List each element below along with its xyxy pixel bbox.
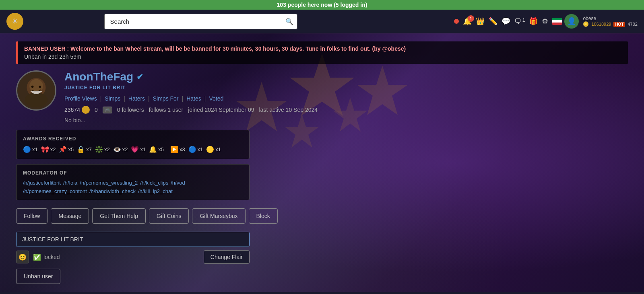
navbar: ☀ 🔍 🔔 1 👑 ✏️ 💬 🗨 1 🎁 ⚙ 👤 obese 🪙 106189 (0, 10, 644, 33)
award-item: 🔵 x1 (188, 146, 203, 153)
user-info-nav: obese 🪙 10618929 HOT 4702 (583, 16, 638, 27)
flair-section: 😊 ✅ locked Change Flair (16, 232, 250, 264)
notification-count: 1 (468, 15, 474, 22)
mod-link-2[interactable]: /h/pcmemes_wrestling_2 (80, 180, 138, 186)
nav-hot-count: 4702 (627, 22, 637, 27)
marseybux-count: 0 (95, 107, 98, 113)
user-profile-nav[interactable]: 👤 (552, 14, 579, 29)
profile-header: AnonTheFag ✔ JUSTICE FOR LIT BRIT Profil… (16, 70, 628, 123)
marseybux-icon: 🎮 (103, 107, 112, 113)
moderator-title: MODERATOR OF (23, 170, 243, 176)
message-button[interactable]: Message (51, 208, 89, 224)
coin-count: 23674 (64, 106, 90, 114)
award-item: 🟡 x1 (206, 146, 221, 153)
profile-flair: JUSTICE FOR LIT BRIT (64, 85, 628, 90)
profile-stats: 23674 0 🎮 0 followers follows 1 user joi… (64, 106, 628, 114)
chat-icon[interactable]: 💬 (502, 17, 510, 26)
live-indicator (454, 19, 459, 24)
profile-avatar (16, 70, 56, 111)
nav-coins: 10618929 (591, 22, 611, 27)
site-logo[interactable]: ☀ (6, 13, 23, 30)
svg-point-7 (25, 93, 47, 108)
profile-content: BANNED USER : Welcome to the ban Wheel s… (0, 33, 644, 292)
last-active: last active 10 Sep 2024 (259, 107, 318, 113)
nav-right: 🔔 1 👑 ✏️ 💬 🗨 1 🎁 ⚙ 👤 obese 🪙 10618929 HO… (454, 14, 638, 29)
unban-time-text: Unban in 29d 23h 59m (24, 53, 621, 60)
write-icon[interactable]: ✏️ (489, 17, 497, 26)
award-item: 🎀 x2 (41, 146, 56, 153)
award-item: 🔔 x5 (149, 146, 164, 153)
bio-text: No bio... (64, 117, 628, 123)
link-voted[interactable]: Voted (209, 95, 223, 102)
gift-coins-button[interactable]: Gift Coins (149, 208, 189, 224)
nav-username: obese (583, 16, 638, 21)
flair-controls: 😊 ✅ locked Change Flair (16, 250, 250, 264)
flair-input-row (16, 232, 250, 247)
ban-notice: BANNED USER : Welcome to the ban Wheel s… (16, 41, 628, 64)
search-container: 🔍 (104, 14, 297, 29)
mod-links: /h/justiceforlitbrit /h/foia /h/pcmemes_… (23, 180, 243, 194)
award-item: 📌 x5 (59, 146, 74, 153)
link-profile-views[interactable]: Profile Views (64, 95, 97, 102)
awards-section: AWARDS RECEIVED 🔵 x1 🎀 x2 📌 x5 🔒 x7 (16, 130, 250, 159)
award-item: 👁️ x2 (113, 146, 128, 153)
following-count: follows 1 user (149, 107, 184, 113)
ban-notice-text: BANNED USER : Welcome to the ban Wheel s… (24, 45, 621, 52)
get-help-button[interactable]: Get Them Help (92, 208, 146, 224)
mod-link-3[interactable]: /h/kick_clips (140, 180, 168, 186)
verified-badge: ✔ (136, 72, 143, 82)
crown-icon[interactable]: 👑 (476, 17, 485, 26)
nav-avatar: 👤 (564, 14, 579, 29)
action-buttons: Follow Message Get Them Help Gift Coins … (16, 208, 628, 224)
link-hates[interactable]: Hates (186, 95, 201, 102)
comments-button[interactable]: 🗨 1 (514, 17, 525, 26)
link-haters[interactable]: Haters (128, 95, 145, 102)
gift-marseybux-button[interactable]: Gift Marseybux (192, 208, 245, 224)
comment-count: 1 (522, 17, 525, 26)
change-flair-button[interactable]: Change Flair (204, 250, 250, 264)
mod-link-4[interactable]: /h/vod (171, 180, 185, 186)
mod-link-0[interactable]: /h/justiceforlitbrit (23, 180, 61, 186)
svg-point-10 (39, 86, 41, 88)
profile-background: BANNED USER : Welcome to the ban Wheel s… (0, 33, 644, 292)
svg-point-9 (31, 86, 34, 88)
mod-link-6[interactable]: /h/bandwidth_check (89, 188, 136, 194)
award-item: 💗 x1 (131, 146, 146, 153)
mod-link-5[interactable]: /h/pcmemes_crazy_contont (23, 188, 87, 194)
awards-title: AWARDS RECEIVED (23, 136, 243, 142)
awards-row: 🔵 x1 🎀 x2 📌 x5 🔒 x7 ❇️ x2 (23, 146, 243, 153)
nav-hot-label: HOT (613, 22, 625, 27)
settings-icon[interactable]: ⚙ (542, 17, 548, 26)
block-button[interactable]: Block (249, 208, 278, 224)
unban-user-button[interactable]: Unban user (16, 269, 60, 284)
top-banner: 103 people here now (5 logged in) (0, 0, 644, 10)
profile-info: AnonTheFag ✔ JUSTICE FOR LIT BRIT Profil… (64, 70, 628, 123)
award-item: 🔵 x1 (23, 146, 38, 153)
link-simps[interactable]: Simps (105, 95, 120, 102)
coin-icon (82, 106, 90, 114)
award-item: 🔒 x7 (77, 146, 92, 153)
award-item: ▶️ x3 (170, 146, 185, 153)
profile-username: AnonTheFag ✔ (64, 70, 628, 83)
search-input[interactable] (104, 14, 297, 29)
notifications-button[interactable]: 🔔 1 (463, 17, 472, 26)
flag-icon (552, 18, 562, 25)
follow-button[interactable]: Follow (16, 208, 47, 224)
followers-count: 0 followers (117, 107, 144, 113)
moderator-section: MODERATOR OF /h/justiceforlitbrit /h/foi… (16, 164, 250, 200)
flair-locked-status: ✅ locked (33, 253, 60, 261)
nav-coin-icon: 🪙 (583, 21, 589, 27)
svg-point-8 (29, 79, 43, 93)
flair-input[interactable] (17, 232, 249, 247)
award-item: ❇️ x2 (95, 146, 110, 153)
joined-date: joined 2024 September 09 (188, 107, 254, 113)
mod-link-1[interactable]: /h/foia (63, 180, 77, 186)
lock-icon: ✅ (33, 253, 41, 261)
search-icon[interactable]: 🔍 (285, 18, 293, 25)
flair-emoji-button[interactable]: 😊 (16, 251, 29, 263)
link-simps-for[interactable]: Simps For (153, 95, 179, 102)
avatar-image (17, 72, 55, 109)
profile-nav-links: Profile Views | Simps | Haters | Simps F… (64, 95, 628, 102)
gift-icon[interactable]: 🎁 (529, 17, 538, 26)
mod-link-7[interactable]: /h/kill_ip2_chat (138, 188, 173, 194)
